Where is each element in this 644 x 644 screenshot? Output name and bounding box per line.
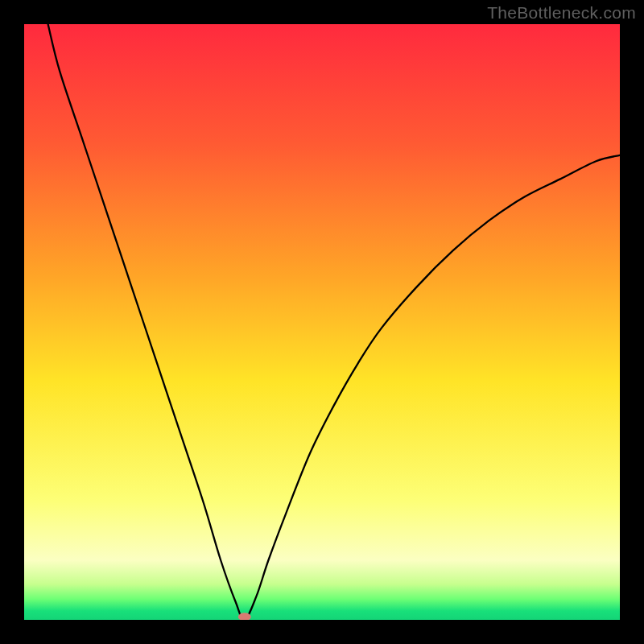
chart-container: { "watermark": "TheBottleneck.com", "cha… <box>0 0 644 644</box>
bottleneck-chart <box>0 0 644 644</box>
minimum-marker <box>238 613 251 621</box>
watermark-text: TheBottleneck.com <box>487 3 636 23</box>
plot-background <box>24 24 620 620</box>
